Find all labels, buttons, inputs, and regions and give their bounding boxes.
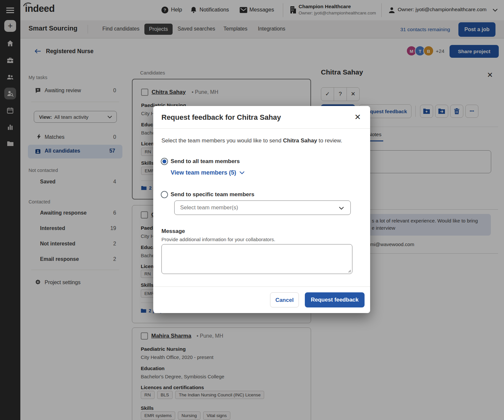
chevron-down-icon xyxy=(339,207,344,210)
radio-send-all-label[interactable]: Send to all team members xyxy=(171,158,240,165)
cancel-button[interactable]: Cancel xyxy=(270,292,299,307)
team-member-select-placeholder: Select team member(s) xyxy=(180,204,238,211)
resize-handle-icon[interactable] xyxy=(347,269,351,273)
modal-title: Request feedback for Chitra Sahay xyxy=(161,113,281,122)
request-feedback-modal: Request feedback for Chitra Sahay ✕ Sele… xyxy=(153,106,370,313)
message-label: Message xyxy=(161,228,185,235)
intro-candidate-name: Chitra Sahay xyxy=(283,137,317,144)
app-root: + indeed ? Help Notific xyxy=(0,0,504,420)
message-helper-text: Provide additional information for your … xyxy=(161,237,275,242)
team-member-select[interactable]: Select team member(s) xyxy=(174,200,351,215)
view-team-members-text: View team members (5) xyxy=(171,169,236,176)
modal-intro: Select the team members you would like t… xyxy=(161,137,342,144)
request-feedback-submit-button[interactable]: Request feedback xyxy=(305,292,365,307)
message-textarea[interactable] xyxy=(161,244,352,274)
modal-close-icon[interactable]: ✕ xyxy=(354,113,361,122)
radio-send-specific-label[interactable]: Send to specific team members xyxy=(171,191,254,198)
radio-send-all[interactable] xyxy=(161,158,168,165)
radio-send-specific[interactable] xyxy=(161,191,168,198)
chevron-down-icon xyxy=(240,171,244,175)
intro-suffix: to review. xyxy=(317,137,342,144)
view-team-members-link[interactable]: View team members (5) xyxy=(171,169,244,176)
intro-prefix: Select the team members you would like t… xyxy=(161,137,283,144)
